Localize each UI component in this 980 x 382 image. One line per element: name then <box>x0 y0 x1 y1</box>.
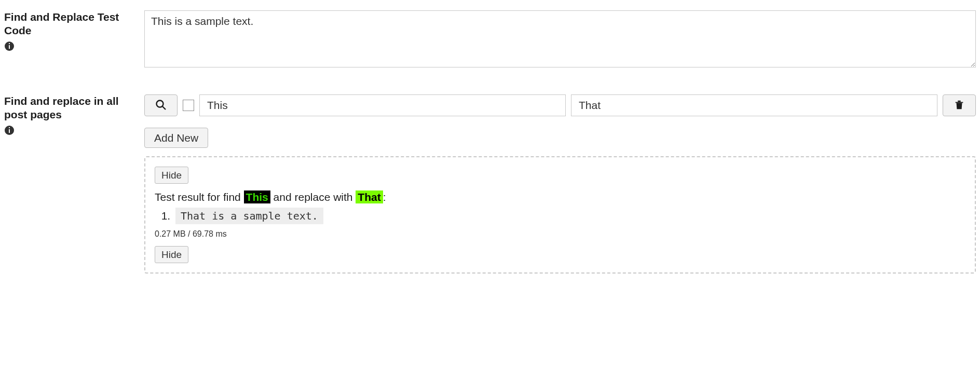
find-replace-heading: Find and replace in all post pages <box>4 94 138 122</box>
hide-top-button[interactable]: Hide <box>155 167 188 184</box>
search-icon <box>155 99 167 113</box>
delete-button[interactable] <box>943 94 976 116</box>
trash-icon <box>954 99 965 112</box>
info-icon[interactable] <box>4 41 15 51</box>
result-mid: and replace with <box>270 191 356 203</box>
list-item: That is a sample text. <box>173 210 965 222</box>
find-input[interactable] <box>199 94 566 116</box>
info-icon[interactable] <box>4 125 15 135</box>
svg-line-7 <box>162 106 166 110</box>
result-find-token: This <box>244 190 270 203</box>
result-replace-token: That <box>356 190 383 203</box>
svg-rect-5 <box>9 127 10 128</box>
add-new-button[interactable]: Add New <box>144 128 208 148</box>
replace-input[interactable] <box>571 94 937 116</box>
result-suffix: : <box>383 191 386 203</box>
svg-point-6 <box>157 100 164 107</box>
svg-rect-1 <box>9 45 10 49</box>
regex-checkbox[interactable] <box>183 100 194 111</box>
result-code: That is a sample text. <box>175 208 323 224</box>
result-meta: 0.27 MB / 69.78 ms <box>155 229 965 239</box>
test-code-row: Find and Replace Test Code <box>4 10 976 70</box>
svg-rect-4 <box>9 129 10 133</box>
search-button[interactable] <box>144 94 178 116</box>
find-replace-label-col: Find and replace in all post pages <box>4 94 144 138</box>
test-code-textarea[interactable] <box>144 10 976 67</box>
find-replace-content: Add New Hide Test result for find This a… <box>144 94 976 274</box>
result-prefix: Test result for find <box>155 191 244 203</box>
test-code-heading: Find and Replace Test Code <box>4 10 138 38</box>
hide-bottom-button[interactable]: Hide <box>155 246 188 263</box>
add-new-row: Add New <box>144 128 976 148</box>
find-replace-row: Find and replace in all post pages Add N… <box>4 94 976 274</box>
find-replace-controls <box>144 94 976 116</box>
svg-rect-2 <box>9 43 10 44</box>
result-list: That is a sample text. <box>173 210 965 222</box>
test-code-label-col: Find and Replace Test Code <box>4 10 144 53</box>
result-description: Test result for find This and replace wi… <box>155 191 965 203</box>
result-panel: Hide Test result for find This and repla… <box>144 156 976 274</box>
test-code-content <box>144 10 976 70</box>
